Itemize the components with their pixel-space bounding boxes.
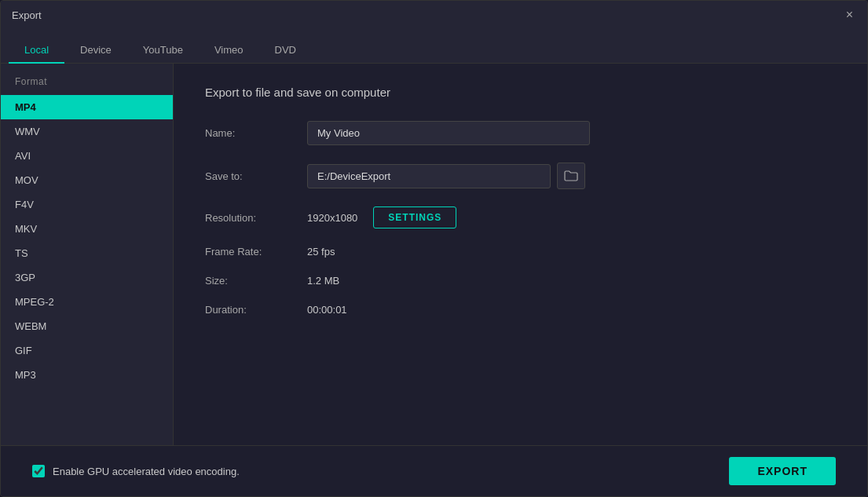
resolution-group: 1920x1080 SETTINGS xyxy=(307,206,456,228)
format-mp3[interactable]: MP3 xyxy=(1,363,173,387)
format-avi[interactable]: AVI xyxy=(1,144,173,168)
save-to-row: Save to: xyxy=(205,163,836,189)
save-to-input-group xyxy=(307,163,585,189)
settings-button[interactable]: SETTINGS xyxy=(373,206,456,228)
frame-rate-label: Frame Rate: xyxy=(205,246,307,258)
tabs-bar: Local Device YouTube Vimeo DVD xyxy=(1,29,867,64)
format-mov[interactable]: MOV xyxy=(1,168,173,192)
export-button[interactable]: EXPORT xyxy=(729,457,836,485)
size-row: Size: 1.2 MB xyxy=(205,275,836,287)
browse-folder-button[interactable] xyxy=(557,163,585,189)
gpu-checkbox-row: Enable GPU accelerated video encoding. xyxy=(32,465,240,477)
format-webm[interactable]: WEBM xyxy=(1,314,173,338)
main-area: Format MP4 WMV AVI MOV F4V MKV TS 3GP MP… xyxy=(1,64,867,445)
frame-rate-value: 25 fps xyxy=(307,246,335,258)
tab-device[interactable]: Device xyxy=(64,38,127,64)
frame-rate-row: Frame Rate: 25 fps xyxy=(205,246,836,258)
resolution-label: Resolution: xyxy=(205,212,307,224)
title-bar: Export × xyxy=(1,1,867,29)
close-button[interactable]: × xyxy=(843,7,856,23)
folder-icon xyxy=(564,170,578,181)
format-mp4[interactable]: MP4 xyxy=(1,95,173,119)
format-wmv[interactable]: WMV xyxy=(1,119,173,144)
format-gif[interactable]: GIF xyxy=(1,338,173,363)
bottom-bar: Enable GPU accelerated video encoding. E… xyxy=(1,445,867,496)
save-to-label: Save to: xyxy=(205,170,307,182)
duration-value: 00:00:01 xyxy=(307,304,347,316)
tab-youtube[interactable]: YouTube xyxy=(127,38,199,64)
tab-local[interactable]: Local xyxy=(9,38,64,64)
export-subtitle: Export to file and save on computer xyxy=(205,86,836,99)
tab-vimeo[interactable]: Vimeo xyxy=(199,38,259,64)
name-row: Name: xyxy=(205,121,836,145)
content-area: Export to file and save on computer Name… xyxy=(174,64,867,445)
resolution-value: 1920x1080 xyxy=(307,212,357,224)
name-label: Name: xyxy=(205,127,307,139)
export-window: Export × Local Device YouTube Vimeo DVD … xyxy=(0,0,868,497)
size-label: Size: xyxy=(205,275,307,287)
duration-row: Duration: 00:00:01 xyxy=(205,304,836,316)
sidebar: Format MP4 WMV AVI MOV F4V MKV TS 3GP MP… xyxy=(1,64,174,445)
format-3gp[interactable]: 3GP xyxy=(1,265,173,290)
resolution-row: Resolution: 1920x1080 SETTINGS xyxy=(205,206,836,228)
format-ts[interactable]: TS xyxy=(1,241,173,265)
format-mkv[interactable]: MKV xyxy=(1,217,173,241)
save-to-input[interactable] xyxy=(307,164,551,188)
format-mpeg2[interactable]: MPEG-2 xyxy=(1,290,173,314)
sidebar-format-header: Format xyxy=(1,76,173,95)
name-input[interactable] xyxy=(307,121,590,145)
duration-label: Duration: xyxy=(205,304,307,316)
tab-dvd[interactable]: DVD xyxy=(259,38,312,64)
format-f4v[interactable]: F4V xyxy=(1,192,173,217)
window-title: Export xyxy=(12,9,42,21)
size-value: 1.2 MB xyxy=(307,275,339,287)
gpu-label: Enable GPU accelerated video encoding. xyxy=(53,466,240,477)
gpu-checkbox[interactable] xyxy=(32,465,45,477)
